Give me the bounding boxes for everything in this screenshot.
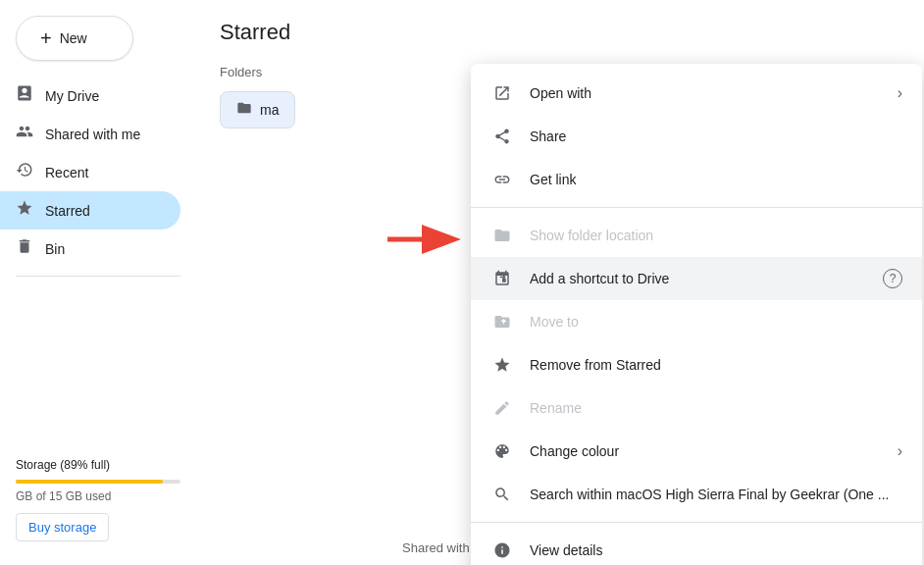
menu-label-get-link: Get link	[530, 172, 902, 187]
bin-icon	[16, 237, 33, 260]
menu-item-search-within[interactable]: Search within macOS High Sierra Final by…	[471, 473, 922, 516]
sidebar-item-label: Starred	[45, 203, 90, 219]
sidebar-item-label: Shared with me	[45, 127, 140, 142]
folder-icon	[236, 100, 252, 120]
menu-label-move-to: Move to	[530, 314, 902, 330]
shared-with-label: Shared with	[402, 540, 470, 555]
storage-bar-fill	[16, 480, 163, 484]
folder-location-icon	[490, 224, 514, 247]
help-icon: ?	[883, 269, 902, 288]
menu-item-add-shortcut[interactable]: Add a shortcut to Drive ?	[471, 257, 922, 300]
context-menu: Open with › Share Get link Show folder l…	[471, 64, 922, 565]
menu-item-open-with[interactable]: Open with ›	[471, 72, 922, 115]
recent-icon	[16, 161, 33, 183]
star-icon	[490, 353, 514, 377]
menu-divider-1	[471, 207, 922, 208]
starred-icon	[16, 199, 33, 222]
menu-label-share: Share	[530, 128, 902, 144]
buy-storage-button[interactable]: Buy storage	[16, 513, 109, 541]
shortcut-icon	[490, 267, 514, 290]
sidebar-item-label: My Drive	[45, 88, 99, 104]
storage-used-label: GB of 15 GB used	[16, 489, 180, 503]
edit-icon	[490, 396, 514, 420]
menu-label-open-with: Open with	[530, 85, 898, 101]
storage-section: Storage (89% full) GB of 15 GB used Buy …	[0, 442, 196, 557]
menu-item-get-link[interactable]: Get link	[471, 158, 922, 201]
sidebar-item-shared[interactable]: Shared with me	[0, 115, 180, 153]
sidebar-item-my-drive[interactable]: My Drive	[0, 77, 180, 115]
menu-label-add-shortcut: Add a shortcut to Drive	[530, 271, 883, 286]
menu-label-show-folder: Show folder location	[530, 228, 902, 243]
sidebar-item-label: Bin	[45, 241, 65, 257]
chevron-right-icon-2: ›	[898, 442, 902, 460]
menu-label-change-colour: Change colour	[530, 443, 898, 459]
menu-item-view-details[interactable]: View details	[471, 529, 922, 565]
plus-icon: +	[40, 28, 52, 48]
menu-item-share[interactable]: Share	[471, 115, 922, 158]
menu-item-show-folder: Show folder location	[471, 214, 922, 257]
open-with-icon	[490, 81, 514, 105]
move-icon	[490, 310, 514, 334]
menu-label-rename: Rename	[530, 400, 902, 416]
menu-item-move-to: Move to	[471, 300, 922, 343]
menu-item-remove-starred[interactable]: Remove from Starred	[471, 343, 922, 386]
palette-icon	[490, 439, 514, 463]
chevron-right-icon: ›	[898, 84, 902, 102]
drive-icon	[16, 84, 33, 107]
new-button[interactable]: + New	[16, 16, 133, 61]
menu-divider-2	[471, 522, 922, 523]
folder-name: ma	[260, 102, 279, 118]
menu-item-rename: Rename	[471, 386, 922, 430]
sidebar-item-bin[interactable]: Bin	[0, 230, 180, 268]
storage-label: Storage (89% full)	[16, 458, 180, 472]
red-arrow	[387, 222, 466, 264]
storage-bar-background	[16, 480, 180, 484]
new-button-label: New	[60, 30, 87, 46]
link-icon	[490, 168, 514, 191]
menu-label-search-within: Search within macOS High Sierra Final by…	[530, 487, 902, 502]
sidebar-item-recent[interactable]: Recent	[0, 153, 180, 191]
menu-label-view-details: View details	[530, 542, 902, 558]
info-icon	[490, 539, 514, 562]
folder-item[interactable]: ma	[220, 91, 295, 128]
page-title: Starred	[220, 20, 900, 45]
shared-icon	[16, 123, 33, 145]
sidebar-item-starred[interactable]: Starred	[0, 191, 180, 230]
sidebar: + New My Drive Shared with me Recent Sta…	[0, 0, 196, 565]
menu-label-remove-starred: Remove from Starred	[530, 357, 902, 373]
menu-item-change-colour[interactable]: Change colour ›	[471, 430, 922, 473]
sidebar-item-label: Recent	[45, 165, 88, 180]
share-icon	[490, 125, 514, 148]
sidebar-divider	[16, 276, 180, 277]
search-icon	[490, 483, 514, 506]
main-content: Starred Folders ma Open with ›	[196, 0, 924, 565]
